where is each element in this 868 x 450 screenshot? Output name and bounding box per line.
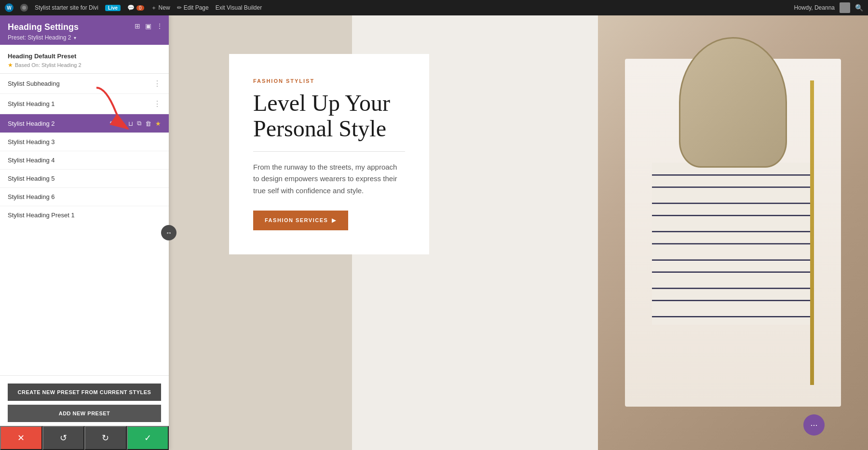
panel-header-icons: ⊞ ▣ ⋮ (135, 22, 163, 30)
preset-item-preset1[interactable]: Stylist Heading Preset 1 (0, 206, 169, 224)
search-icon[interactable]: 🔍 (855, 4, 863, 12)
comment-icon[interactable]: 💬 0 (127, 4, 144, 11)
drag-handle-icon: ↔ (165, 229, 172, 237)
cancel-builder-button[interactable]: ✕ (0, 426, 42, 450)
assign-icon[interactable]: ⊔ (128, 120, 133, 127)
svg-point-0 (22, 6, 26, 10)
preset-item-heading2[interactable]: Stylist Heading 2 ✎ ⚙ ⊔ ⧉ 🗑 ★ (0, 114, 169, 133)
fashion-tag: FASHION STYLIST (253, 78, 405, 84)
main-layout: Heading Settings Preset: Stylist Heading… (0, 15, 868, 450)
drag-handle[interactable]: ↔ (161, 225, 176, 240)
redo-button[interactable]: ↻ (84, 426, 127, 450)
preset-item-heading4[interactable]: Stylist Heading 4 (0, 151, 169, 170)
preset-item-heading1[interactable]: Stylist Heading 1 ⋮ (0, 94, 169, 114)
panel-layout-icon[interactable]: ▣ (145, 22, 151, 30)
panel-more-icon[interactable]: ⋮ (156, 22, 163, 30)
duplicate-icon[interactable]: ⧉ (137, 119, 141, 127)
hero-description: From the runway to the streets, my appro… (253, 161, 405, 197)
howdy-text: Howdy, Deanna (794, 4, 835, 11)
preset-item-heading3[interactable]: Stylist Heading 3 (0, 133, 169, 151)
user-avatar[interactable] (840, 2, 850, 13)
preset-item-label: Stylist Subheading (8, 80, 60, 87)
preset-item-label: Stylist Heading 6 (8, 193, 55, 200)
preset-item-heading5[interactable]: Stylist Heading 5 (0, 170, 169, 188)
hat-visual (679, 37, 787, 168)
cta-label: FASHION SERVICES (265, 217, 328, 223)
save-icon: ✓ (144, 433, 151, 443)
preset-item-actions: ✎ ⚙ ⊔ ⧉ 🗑 ★ (109, 119, 161, 127)
admin-bar-right: Howdy, Deanna 🔍 (794, 2, 864, 13)
hero-heading: Level Up Your Personal Style (253, 91, 405, 142)
preset-item-label: Stylist Heading 4 (8, 157, 55, 164)
favorite-icon[interactable]: ★ (155, 120, 161, 127)
exit-builder-button[interactable]: Exit Visual Builder (216, 4, 262, 11)
default-preset-based: ★ Based On: Stylist Heading 2 (8, 62, 161, 68)
preset-item-label: Stylist Heading 1 (8, 100, 55, 107)
site-name[interactable]: Stylist starter site for Divi (35, 4, 98, 11)
preset-item-subheading[interactable]: Stylist Subheading ⋮ (0, 74, 169, 94)
wp-logo-icon[interactable]: W (5, 3, 14, 12)
preset-item-label: Stylist Heading 5 (8, 175, 55, 182)
hero-divider (253, 151, 405, 152)
preset-list: Stylist Subheading ⋮ Stylist Heading 1 ⋮… (0, 74, 169, 224)
rack-bar (810, 80, 814, 384)
delete-icon[interactable]: 🗑 (145, 120, 151, 127)
default-preset-title: Heading Default Preset (8, 53, 161, 60)
preset-item-label: Stylist Heading 3 (8, 138, 55, 146)
based-on-label: Based On: Stylist Heading 2 (15, 62, 81, 68)
preset-item-label: Stylist Heading 2 (8, 120, 55, 127)
site-logo-icon (20, 4, 28, 12)
preset-item-heading6[interactable]: Stylist Heading 6 (0, 188, 169, 206)
edit-icon[interactable]: ✎ (109, 120, 115, 127)
content-card: FASHION STYLIST Level Up Your Personal S… (229, 54, 429, 254)
fashion-services-button[interactable]: FASHION SERVICES ▶ (253, 211, 348, 230)
redo-icon: ↻ (102, 433, 109, 443)
panel-buttons: CREATE NEW PRESET FROM CURRENT STYLES AD… (0, 375, 169, 430)
settings-icon[interactable]: ⚙ (119, 120, 124, 127)
preset-dropdown: Heading Default Preset ★ Based On: Styli… (0, 45, 169, 375)
photo-background (598, 15, 868, 450)
preset-row: Preset: Stylist Heading 2 ▾ (8, 34, 161, 41)
right-content: FASHION STYLIST Level Up Your Personal S… (169, 15, 868, 450)
builder-bar: ✕ ↺ ↻ ✓ (0, 426, 169, 450)
preset-caret-icon: ▾ (74, 35, 76, 40)
more-options-icon: ··· (810, 420, 817, 430)
cancel-icon: ✕ (17, 433, 25, 443)
save-button[interactable]: ✓ (127, 426, 169, 450)
live-badge: Live (105, 5, 121, 11)
preset-three-dots-icon[interactable]: ⋮ (153, 99, 161, 108)
undo-icon: ↺ (60, 433, 67, 443)
admin-bar-left: W Stylist starter site for Divi Live 💬 0… (5, 3, 787, 12)
undo-button[interactable]: ↺ (42, 426, 85, 450)
create-preset-button[interactable]: CREATE NEW PRESET FROM CURRENT STYLES (8, 384, 161, 401)
admin-bar: W Stylist starter site for Divi Live 💬 0… (0, 0, 868, 15)
add-preset-button[interactable]: ADD NEW PRESET (8, 405, 161, 422)
default-preset-section: Heading Default Preset ★ Based On: Styli… (0, 45, 169, 74)
purple-action-button[interactable]: ··· (803, 414, 825, 436)
left-panel: Heading Settings Preset: Stylist Heading… (0, 15, 169, 450)
preset-item-label: Stylist Heading Preset 1 (8, 212, 75, 219)
cta-arrow-icon: ▶ (332, 217, 337, 224)
new-menu-item[interactable]: ＋ New (151, 4, 170, 12)
photo-area: ··· (598, 15, 868, 450)
panel-header: Heading Settings Preset: Stylist Heading… (0, 15, 169, 45)
star-icon: ★ (8, 62, 13, 68)
fullscreen-icon[interactable]: ⊞ (135, 22, 140, 30)
preset-three-dots-icon[interactable]: ⋮ (153, 79, 161, 88)
preset-current-label[interactable]: Preset: Stylist Heading 2 (8, 34, 71, 41)
comment-count: 0 (136, 5, 144, 11)
edit-page-button[interactable]: ✏ Edit Page (177, 4, 209, 11)
